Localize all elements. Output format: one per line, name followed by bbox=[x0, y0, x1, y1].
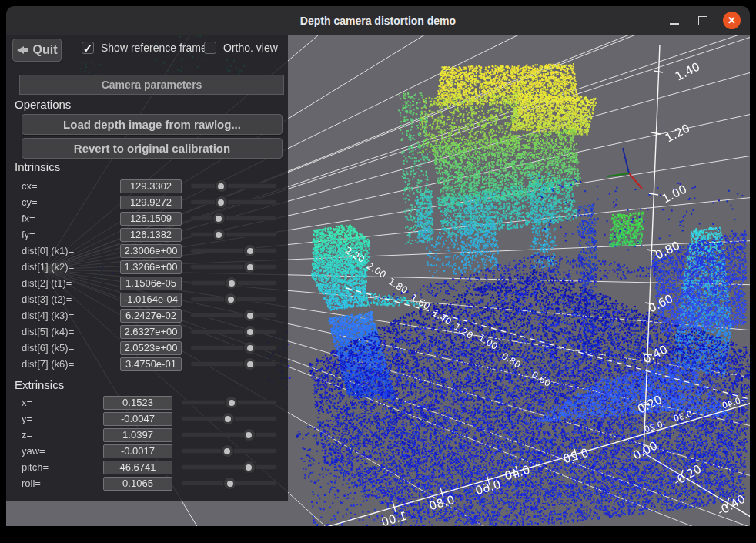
slider-thumb[interactable] bbox=[225, 396, 238, 409]
param-slider[interactable] bbox=[190, 179, 277, 193]
param-slider[interactable] bbox=[190, 212, 277, 225]
param-label: cx= bbox=[22, 180, 120, 192]
param-row: cy=129.9272 bbox=[22, 194, 277, 210]
param-value-box[interactable]: 129.9272 bbox=[120, 196, 182, 209]
param-slider[interactable] bbox=[190, 196, 277, 209]
param-value-box[interactable]: 1.0397 bbox=[103, 428, 172, 442]
slider-thumb[interactable] bbox=[243, 428, 256, 441]
close-icon: ✕ bbox=[728, 15, 736, 25]
slider-thumb-dot bbox=[247, 361, 253, 367]
param-value-box[interactable]: 2.0523e+00 bbox=[120, 341, 182, 355]
param-label: dist[0] (k1)= bbox=[22, 245, 120, 256]
slider-thumb-dot bbox=[247, 313, 253, 319]
slider-thumb[interactable] bbox=[243, 357, 256, 370]
param-value-box[interactable]: 126.1382 bbox=[120, 228, 182, 242]
slider-thumb-dot bbox=[228, 297, 234, 303]
param-value-box[interactable]: 3.4750e-01 bbox=[120, 357, 182, 371]
maximize-button[interactable] bbox=[694, 12, 711, 29]
param-slider[interactable] bbox=[190, 244, 277, 257]
param-row: pitch=46.6741 bbox=[22, 459, 277, 475]
titlebar[interactable]: Depth camera distortion demo ✕ bbox=[6, 6, 750, 35]
slider-track bbox=[190, 313, 277, 318]
param-value-box[interactable]: 2.3006e+00 bbox=[120, 244, 182, 258]
show-reference-frame-option: ✓ Show reference frame bbox=[82, 42, 207, 54]
param-slider[interactable] bbox=[181, 412, 277, 425]
param-slider[interactable] bbox=[190, 277, 277, 290]
slider-thumb[interactable] bbox=[243, 325, 256, 338]
param-slider[interactable] bbox=[181, 444, 277, 458]
param-label: yaw= bbox=[22, 445, 103, 457]
slider-thumb[interactable] bbox=[243, 341, 256, 354]
show-reference-frame-checkbox[interactable]: ✓ bbox=[82, 42, 94, 54]
slider-thumb[interactable] bbox=[225, 277, 238, 290]
slider-thumb[interactable] bbox=[222, 412, 235, 425]
slider-track bbox=[190, 345, 277, 350]
slider-thumb[interactable] bbox=[243, 260, 256, 273]
slider-track bbox=[181, 432, 277, 437]
revert-calibration-button[interactable]: Revert to original calibration bbox=[22, 138, 283, 159]
param-row: dist[4] (k3)=6.2427e-02 bbox=[22, 307, 277, 323]
window-title: Depth camera distortion demo bbox=[300, 15, 456, 27]
param-value-box[interactable]: 0.1065 bbox=[103, 477, 172, 491]
param-label: dist[5] (k4)= bbox=[22, 326, 120, 337]
param-label: dist[1] (k2)= bbox=[22, 261, 120, 273]
param-label: y= bbox=[22, 413, 103, 424]
slider-thumb[interactable] bbox=[221, 444, 234, 458]
load-depth-image-button[interactable]: Load depth image from rawlog... bbox=[22, 114, 283, 135]
panel-header[interactable]: Camera parameters bbox=[19, 75, 284, 95]
slider-thumb[interactable] bbox=[215, 196, 228, 209]
param-value-box[interactable]: -0.0047 bbox=[103, 412, 172, 426]
slider-thumb[interactable] bbox=[212, 228, 226, 241]
param-slider[interactable] bbox=[190, 357, 277, 370]
param-value-box[interactable]: 126.1509 bbox=[120, 212, 182, 226]
param-slider[interactable] bbox=[190, 228, 277, 241]
param-value-box[interactable]: 6.2427e-02 bbox=[120, 309, 182, 323]
param-slider[interactable] bbox=[190, 341, 277, 354]
slider-thumb[interactable] bbox=[243, 309, 256, 322]
slider-thumb[interactable] bbox=[243, 461, 256, 474]
slider-thumb-dot bbox=[229, 280, 235, 287]
param-slider[interactable] bbox=[190, 325, 277, 338]
slider-track bbox=[190, 183, 277, 189]
content-area: 1.401.201.000.800.600.400.200.00-0.20-0.… bbox=[6, 35, 750, 526]
slider-thumb-dot bbox=[225, 416, 231, 422]
param-value-box[interactable]: 0.1523 bbox=[103, 396, 172, 410]
param-value-box[interactable]: -0.0017 bbox=[103, 444, 172, 458]
quit-button[interactable]: Quit bbox=[12, 39, 62, 62]
slider-thumb-dot bbox=[227, 481, 233, 487]
operations-section-title: Operations bbox=[15, 98, 71, 111]
app-window: Depth camera distortion demo ✕ 1.401.201… bbox=[0, 0, 756, 543]
slider-thumb-dot bbox=[247, 264, 253, 270]
param-value-box[interactable]: 129.3302 bbox=[120, 179, 182, 193]
param-value-box[interactable]: 1.1506e-05 bbox=[120, 277, 182, 290]
slider-thumb[interactable] bbox=[224, 293, 237, 306]
slider-thumb[interactable] bbox=[223, 477, 236, 490]
slider-thumb-dot bbox=[218, 183, 224, 189]
camera-parameters-panel: Quit ✓ Show reference frame Ortho. view … bbox=[6, 35, 288, 501]
param-value-box[interactable]: 2.6327e+00 bbox=[120, 325, 182, 339]
param-row: dist[2] (t1)=1.1506e-05 bbox=[22, 275, 277, 291]
param-slider[interactable] bbox=[181, 477, 277, 490]
param-row: dist[0] (k1)=2.3006e+00 bbox=[22, 243, 277, 259]
slider-thumb[interactable] bbox=[215, 179, 228, 193]
param-value-box[interactable]: 46.6741 bbox=[103, 461, 172, 474]
param-slider[interactable] bbox=[181, 461, 277, 474]
param-value-box[interactable]: -1.0164e-04 bbox=[120, 293, 182, 307]
param-row: z=1.0397 bbox=[22, 427, 277, 443]
param-slider[interactable] bbox=[190, 293, 277, 306]
param-slider[interactable] bbox=[181, 428, 277, 441]
quit-button-label: Quit bbox=[33, 43, 58, 57]
param-value-box[interactable]: 1.3266e+00 bbox=[120, 260, 182, 274]
param-label: dist[7] (k6)= bbox=[22, 358, 120, 370]
ortho-view-checkbox[interactable] bbox=[204, 42, 216, 54]
param-slider[interactable] bbox=[190, 309, 277, 322]
close-button[interactable]: ✕ bbox=[723, 12, 741, 29]
slider-thumb[interactable] bbox=[243, 244, 256, 257]
slider-thumb[interactable] bbox=[212, 212, 226, 225]
param-row: dist[7] (k6)=3.4750e-01 bbox=[22, 356, 277, 372]
minimize-button[interactable] bbox=[666, 12, 683, 29]
param-slider[interactable] bbox=[190, 260, 277, 273]
param-row: dist[5] (k4)=2.6327e+00 bbox=[22, 323, 277, 340]
param-slider[interactable] bbox=[181, 396, 277, 409]
param-row: cx=129.3302 bbox=[22, 178, 277, 194]
